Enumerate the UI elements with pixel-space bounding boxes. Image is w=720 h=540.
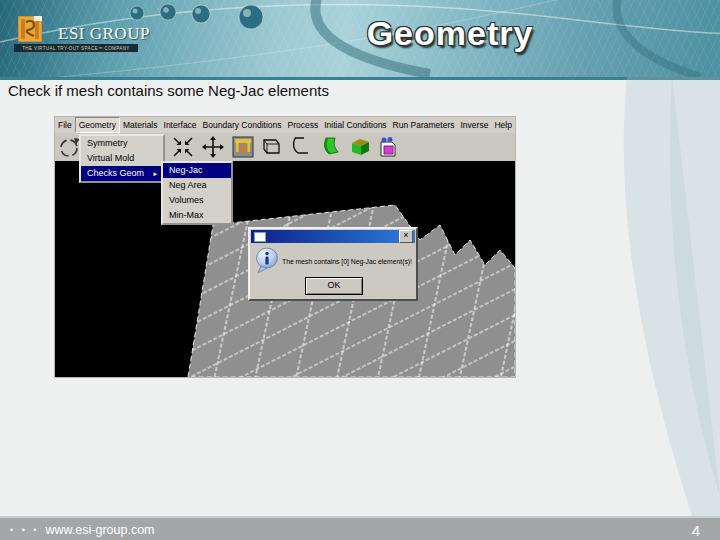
slide: ESI GROUP THE VIRTUAL TRY-OUT SPACE™ COM… (0, 0, 720, 540)
pan-view-icon[interactable] (201, 135, 225, 159)
info-icon (254, 247, 280, 275)
neg-jac-info-dialog: × The mesh contains [0] (248, 227, 418, 301)
menu-item-symmetry-label: Symmetry (87, 136, 128, 151)
menu-interface[interactable]: Interface (161, 118, 200, 132)
menu-item-virtual-mold[interactable]: Virtual Mold (81, 151, 163, 166)
geometry-dropdown-menu: Symmetry Virtual Mold Checks Geom ▸ (79, 134, 165, 183)
rotate-view-icon[interactable] (57, 135, 81, 159)
sheet-outline-icon[interactable] (259, 135, 283, 159)
menu-file[interactable]: File (55, 118, 75, 132)
menu-run-parameters[interactable]: Run Parameters (390, 118, 458, 132)
logo-brand-text: ESI GROUP (58, 24, 150, 44)
logo-tagline-bar: THE VIRTUAL TRY-OUT SPACE™ COMPANY (14, 44, 138, 52)
menu-materials[interactable]: Materials (120, 118, 160, 132)
logo-tagline: THE VIRTUAL TRY-OUT SPACE™ COMPANY (22, 46, 130, 51)
fit-view-icon[interactable] (171, 135, 195, 159)
page-number: 4 (692, 522, 700, 539)
slide-footer: • • • www.esi-group.com 4 (0, 516, 720, 540)
dialog-message: The mesh contains [0] Neg-Jac element(s)… (280, 258, 412, 265)
app-menubar: File Geometry Materials Interface Bounda… (55, 117, 515, 133)
submenu-item-neg-jac-label: Neg-Jac (169, 163, 203, 178)
checks-geom-submenu: Neg-Jac Neg Area Volumes Min-Max (161, 161, 233, 225)
dialog-ok-button[interactable]: OK (305, 277, 363, 295)
submenu-item-neg-area[interactable]: Neg Area (163, 178, 231, 193)
submenu-item-volumes-label: Volumes (169, 193, 204, 208)
press-die-icon[interactable] (231, 135, 255, 159)
menu-item-virtual-mold-label: Virtual Mold (87, 151, 134, 166)
menu-geometry[interactable]: Geometry (75, 117, 120, 133)
submenu-item-neg-area-label: Neg Area (169, 178, 207, 193)
dialog-system-icon (254, 232, 266, 242)
menu-inverse[interactable]: Inverse (458, 118, 492, 132)
esi-group-logo: ESI GROUP THE VIRTUAL TRY-OUT SPACE™ COM… (14, 8, 164, 58)
submenu-arrow-icon: ▸ (153, 166, 157, 181)
green-surface-icon[interactable] (318, 135, 342, 159)
slide-header: ESI GROUP THE VIRTUAL TRY-OUT SPACE™ COM… (0, 0, 720, 80)
footer-url: www.esi-group.com (45, 523, 154, 537)
dialog-titlebar[interactable]: × (251, 230, 415, 243)
esi-logo-icon (18, 16, 42, 42)
submenu-item-min-max-label: Min-Max (169, 208, 204, 223)
solid-box-icon[interactable] (348, 135, 372, 159)
menu-process[interactable]: Process (285, 118, 322, 132)
menu-help[interactable]: Help (491, 118, 514, 132)
application-window: File Geometry Materials Interface Bounda… (55, 117, 515, 377)
page-title: Geometry (260, 14, 640, 53)
submenu-item-min-max[interactable]: Min-Max (163, 208, 231, 223)
menu-item-checks-geom[interactable]: Checks Geom ▸ (81, 166, 163, 181)
menu-initial-conditions[interactable]: Initial Conditions (321, 118, 389, 132)
footer-dots: • • • (10, 525, 39, 535)
submenu-item-volumes[interactable]: Volumes (163, 193, 231, 208)
slide-subtitle: Check if mesh contains some Neg-Jac elem… (8, 82, 329, 99)
menu-item-symmetry[interactable]: Symmetry (81, 136, 163, 151)
dialog-close-button[interactable]: × (399, 230, 413, 243)
part-assembly-icon[interactable] (375, 135, 399, 159)
submenu-item-neg-jac[interactable]: Neg-Jac (163, 163, 231, 178)
dialog-body: The mesh contains [0] Neg-Jac element(s)… (254, 247, 412, 275)
bent-sheet-icon[interactable] (287, 135, 311, 159)
menu-item-checks-geom-label: Checks Geom (87, 166, 144, 181)
menu-boundary-conditions[interactable]: Boundary Conditions (200, 118, 285, 132)
